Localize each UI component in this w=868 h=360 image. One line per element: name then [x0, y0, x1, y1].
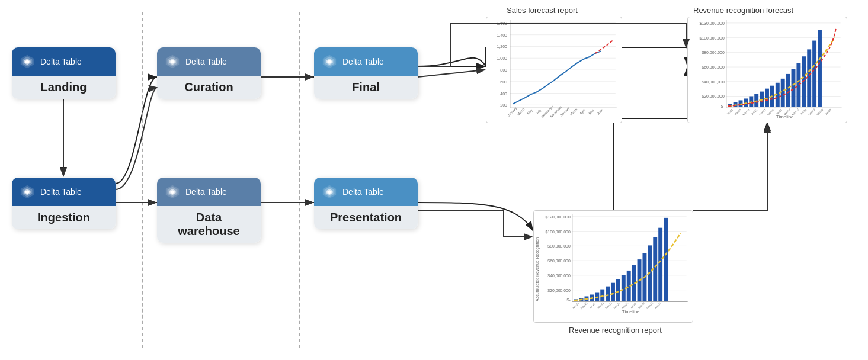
databricks-icon-presentation: [321, 184, 338, 200]
svg-text:Sep-21: Sep-21: [758, 108, 767, 116]
svg-rect-85: [792, 69, 796, 107]
svg-text:800: 800: [500, 68, 507, 72]
svg-line-156: [418, 70, 485, 77]
databricks-icon-curation: [164, 53, 181, 70]
node-ingestion-header: Delta Table: [12, 178, 116, 206]
svg-text:$60,000,000: $60,000,000: [702, 65, 725, 69]
node-presentation-body-text: Presentation: [330, 211, 402, 224]
node-final-header-text: Delta Table: [342, 57, 384, 66]
svg-text:Accumulated Revenue Recognitio: Accumulated Revenue Recognition: [535, 237, 540, 301]
svg-rect-137: [658, 228, 662, 301]
svg-text:June: June: [596, 108, 604, 115]
sales-forecast-title: Sales forecast report: [507, 6, 578, 15]
svg-rect-75: [739, 100, 743, 107]
svg-rect-77: [749, 97, 753, 107]
svg-text:$120,000,000: $120,000,000: [546, 215, 571, 219]
svg-text:$40,000,000: $40,000,000: [547, 274, 571, 278]
revenue-forecast-svg: $130,000,000 $100,000,000 $80,000,000 $6…: [688, 17, 847, 123]
databricks-icon-ingestion: [19, 184, 36, 200]
svg-text:May: May: [588, 108, 595, 115]
svg-text:May-22: May-22: [791, 108, 799, 116]
svg-text:600: 600: [500, 80, 507, 84]
svg-text:$-: $-: [721, 104, 725, 108]
svg-text:Sep-22: Sep-22: [808, 108, 816, 116]
node-ingestion: Delta Table Ingestion: [12, 178, 116, 229]
svg-rect-126: [600, 290, 604, 301]
revenue-report-svg: $120,000,000 $100,000,000 $80,000,000 $6…: [534, 211, 693, 322]
svg-rect-138: [664, 218, 668, 301]
svg-text:$40,000,000: $40,000,000: [702, 80, 725, 84]
revenue-forecast-title: Revenue recognition forecast: [693, 6, 793, 15]
node-datawarehouse-body: Data warehouse: [157, 206, 261, 243]
svg-text:$-: $-: [567, 298, 571, 302]
svg-text:Jul-22: Jul-22: [630, 302, 637, 309]
svg-text:$100,000,000: $100,000,000: [546, 230, 571, 234]
node-landing-body-text: Landing: [41, 81, 87, 94]
svg-text:$60,000,000: $60,000,000: [547, 259, 571, 263]
svg-text:May: May: [526, 108, 533, 115]
node-curation: Delta Table Curation: [157, 47, 261, 99]
node-ingestion-header-text: Delta Table: [40, 187, 82, 197]
svg-text:Nov-22: Nov-22: [816, 108, 824, 116]
node-final-body: Final: [314, 76, 418, 99]
svg-text:Sep-21: Sep-21: [596, 301, 604, 310]
databricks-icon-final: [321, 53, 338, 70]
svg-text:Timeline: Timeline: [622, 309, 640, 314]
svg-text:Sep-22: Sep-22: [638, 301, 646, 310]
node-presentation-header: Delta Table: [314, 178, 418, 206]
node-landing-header-text: Delta Table: [40, 57, 82, 66]
node-curation-header-text: Delta Table: [185, 57, 227, 66]
svg-text:Jan-23: Jan-23: [654, 301, 662, 310]
svg-text:$80,000,000: $80,000,000: [547, 244, 571, 248]
svg-text:May-21: May-21: [579, 301, 588, 310]
node-landing: Delta Table Landing: [12, 47, 116, 99]
svg-text:1,000: 1,000: [497, 56, 507, 60]
node-landing-body: Landing: [12, 76, 116, 99]
svg-rect-83: [781, 79, 785, 107]
svg-text:Nov-21: Nov-21: [604, 301, 613, 310]
svg-text:Apr-22: Apr-22: [621, 301, 629, 309]
svg-rect-89: [812, 41, 816, 107]
svg-rect-88: [807, 49, 811, 107]
svg-text:1,400: 1,400: [497, 33, 507, 37]
svg-text:200: 200: [500, 103, 507, 107]
svg-text:Jan-22: Jan-22: [613, 301, 621, 310]
svg-rect-128: [611, 283, 615, 301]
svg-rect-78: [754, 94, 758, 107]
node-datawarehouse: Delta Table Data warehouse: [157, 178, 261, 243]
node-ingestion-body: Ingestion: [12, 206, 116, 229]
node-datawarehouse-header: Delta Table: [157, 178, 261, 206]
svg-text:Jul-22: Jul-22: [800, 108, 807, 115]
databricks-icon: [19, 53, 36, 70]
node-curation-body: Curation: [157, 76, 261, 99]
svg-rect-129: [616, 279, 620, 301]
svg-text:March: March: [517, 107, 526, 116]
svg-text:Jul-21: Jul-21: [588, 302, 595, 309]
chart-sales-forecast: 1,600 1,400 1,200 1,000 800 600 400 200 …: [486, 17, 622, 123]
svg-text:400: 400: [500, 92, 507, 96]
revenue-report-title: Revenue recognition report: [569, 326, 662, 335]
svg-text:Jan-21: Jan-21: [572, 301, 580, 310]
node-ingestion-body-text: Ingestion: [37, 211, 90, 224]
svg-text:$100,000,000: $100,000,000: [700, 36, 725, 40]
svg-rect-127: [606, 287, 610, 301]
divider-1: [142, 12, 143, 348]
svg-text:Jul-21: Jul-21: [751, 108, 758, 115]
svg-text:$20,000,000: $20,000,000: [547, 288, 571, 292]
svg-rect-90: [818, 30, 822, 107]
svg-text:Nov-22: Nov-22: [645, 301, 654, 310]
node-curation-body-text: Curation: [184, 81, 233, 94]
svg-text:Jan-23: Jan-23: [824, 108, 832, 116]
svg-rect-84: [786, 74, 790, 107]
node-final: Delta Table Final: [314, 47, 418, 99]
node-presentation: Delta Table Presentation: [314, 178, 418, 229]
svg-text:$20,000,000: $20,000,000: [702, 94, 725, 98]
svg-text:May-21: May-21: [742, 108, 750, 116]
chart-revenue-report: $120,000,000 $100,000,000 $80,000,000 $6…: [533, 210, 693, 323]
node-datawarehouse-body-text: Data warehouse: [178, 211, 239, 237]
node-final-header: Delta Table: [314, 47, 418, 76]
svg-text:April: April: [579, 108, 586, 115]
node-landing-header: Delta Table: [12, 47, 116, 76]
node-presentation-body: Presentation: [314, 206, 418, 229]
svg-text:$80,000,000: $80,000,000: [702, 50, 725, 54]
